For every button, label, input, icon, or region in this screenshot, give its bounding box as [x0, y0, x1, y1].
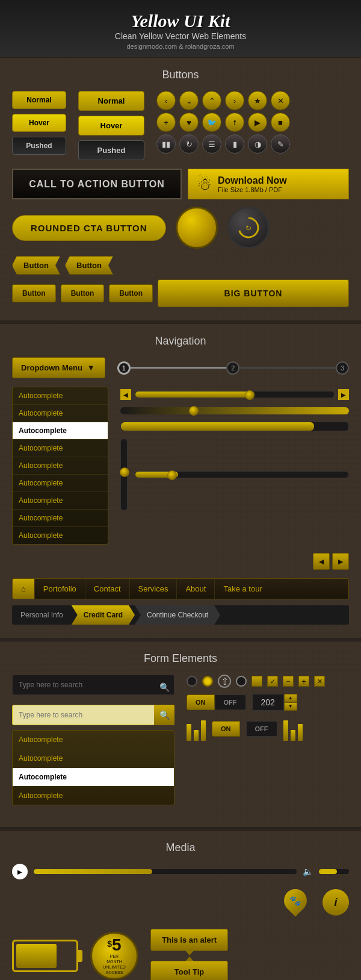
nav-services[interactable]: Services [130, 579, 177, 599]
dark-knob[interactable]: ↻ [227, 207, 270, 249]
vertical-thumb[interactable] [120, 467, 129, 477]
rounded-cta-button[interactable]: ROUNDED CTA BUTTON [12, 215, 166, 241]
checkbox-x[interactable]: ✕ [314, 676, 325, 687]
slider-left-arrow[interactable]: ◀ [120, 389, 131, 400]
heart-icon[interactable]: ♥ [179, 113, 199, 132]
hover-button-2[interactable]: Hover [78, 116, 144, 136]
slider-3-track[interactable] [120, 422, 349, 431]
pause-icon[interactable]: ▮▮ [156, 134, 176, 154]
big-button[interactable]: BIG BUTTON [158, 279, 349, 307]
auto-item-7[interactable]: Autocomplete [13, 510, 108, 527]
nav-contact[interactable]: Contact [85, 579, 130, 599]
refresh-icon[interactable]: ↻ [179, 134, 199, 154]
icon-grid-row1: ‹ ⌄ ⌃ › ★ ✕ [156, 91, 349, 110]
chevron-down-icon[interactable]: ⌄ [179, 91, 199, 110]
vertical-slider[interactable] [120, 439, 128, 511]
step-3[interactable]: 3 [336, 361, 349, 375]
search-input-2[interactable] [12, 705, 174, 725]
chevron-left-icon[interactable]: ‹ [156, 91, 176, 110]
auto-item-1[interactable]: Autocomplete [13, 405, 108, 422]
stop-icon[interactable]: ■ [271, 113, 290, 132]
auto-item-0[interactable]: Autocomplete [13, 387, 108, 405]
auto-item-8[interactable]: Autocomplete [13, 527, 108, 544]
contrast-icon[interactable]: ◑ [248, 134, 267, 154]
toggle-off-button[interactable]: OFF [215, 694, 246, 710]
play-button[interactable]: ▶ [12, 864, 28, 879]
slider-right-arrow[interactable]: ▶ [338, 389, 349, 400]
next-button[interactable]: ▶ [332, 553, 349, 570]
normal-button-1[interactable]: Normal [12, 91, 66, 109]
normal-button-2[interactable]: Normal [78, 91, 144, 111]
pushed-button-1[interactable]: Pushed [12, 137, 66, 155]
slider-2-track[interactable] [120, 407, 349, 414]
radio-up-arrow[interactable]: ⇧ [218, 675, 231, 688]
location-icon[interactable]: 🐾 [279, 884, 312, 917]
volume-track[interactable] [319, 869, 349, 874]
arrow-button-2[interactable]: Button [65, 256, 113, 275]
download-button[interactable]: ☃ Download Now File Size 1.8Mb / PDF [188, 169, 349, 199]
form-auto-3[interactable]: Autocomplete [13, 787, 174, 805]
twitter-icon[interactable]: 🐦 [202, 113, 221, 132]
step-2[interactable]: 2 [226, 361, 239, 375]
tooltip-button[interactable]: Tool Tip [150, 961, 228, 980]
nav-take-tour[interactable]: Take a tour [215, 579, 270, 599]
cta-button[interactable]: CALL TO ACTION BUTTON [12, 169, 182, 199]
progress-track[interactable] [34, 869, 297, 874]
slider-1-thumb[interactable] [245, 390, 255, 400]
slider-4-thumb[interactable] [167, 470, 177, 480]
menu-icon[interactable]: ☰ [202, 134, 221, 154]
checkbox-plus[interactable]: + [298, 676, 309, 687]
toggle-off-2[interactable]: OFF [246, 721, 277, 737]
bc-credit-card[interactable]: Credit Card [72, 605, 135, 625]
auto-item-5[interactable]: Autocomplete [13, 475, 108, 492]
auto-item-2-selected[interactable]: Autocomplete [13, 422, 108, 440]
radio-filled[interactable] [187, 676, 197, 687]
toggle-on-button[interactable]: ON [187, 694, 215, 710]
small-button-3[interactable]: Button [109, 284, 153, 302]
prev-button[interactable]: ◀ [313, 553, 330, 570]
form-auto-1[interactable]: Autocomplete [13, 749, 174, 768]
auto-item-6[interactable]: Autocomplete [13, 492, 108, 510]
nav-about[interactable]: About [177, 579, 215, 599]
radio-yellow[interactable] [202, 676, 213, 687]
play-icon[interactable]: ▶ [248, 113, 267, 132]
alert-button[interactable]: This is an alert [150, 929, 228, 951]
form-auto-0[interactable]: Autocomplete [13, 731, 174, 749]
yellow-knob[interactable] [176, 207, 218, 249]
bc-personal-info[interactable]: Personal Info [12, 605, 72, 625]
num-up[interactable]: ▲ [284, 694, 297, 702]
checkbox-square[interactable] [251, 676, 262, 687]
dropdown-button[interactable]: Dropdown Menu ▼ [12, 357, 105, 378]
info-icon[interactable]: i [322, 889, 349, 916]
slider-4-track[interactable] [135, 471, 349, 478]
num-down[interactable]: ▼ [284, 702, 297, 711]
step-1[interactable]: 1 [117, 361, 131, 375]
search-button-2[interactable]: 🔍 [154, 705, 174, 725]
auto-item-4[interactable]: Autocomplete [13, 457, 108, 475]
search-input-1[interactable] [12, 675, 174, 695]
small-button-1[interactable]: Button [12, 284, 56, 302]
arrow-button-1[interactable]: Button [12, 256, 60, 275]
slider-2-thumb[interactable] [189, 406, 199, 416]
slider-1-track[interactable] [135, 391, 335, 398]
toggle-on-2[interactable]: ON [212, 721, 240, 737]
checkbox-minus[interactable]: − [283, 676, 294, 687]
facebook-icon[interactable]: f [225, 113, 244, 132]
radio-outline[interactable] [236, 676, 247, 687]
chevron-right-icon[interactable]: › [225, 91, 244, 110]
chevron-up-icon[interactable]: ⌃ [202, 91, 221, 110]
pushed-button-2[interactable]: Pushed [78, 140, 144, 160]
edit-icon[interactable]: ✎ [271, 134, 290, 154]
star-icon[interactable]: ★ [248, 91, 267, 110]
close-icon[interactable]: ✕ [271, 91, 290, 110]
nav-home[interactable]: ⌂ [13, 579, 35, 599]
bc-continue-checkout[interactable]: Continue Checkout [135, 605, 220, 625]
checkbox-checked[interactable]: ✓ [267, 676, 278, 687]
hover-button-1[interactable]: Hover [12, 114, 66, 132]
plus-icon[interactable]: + [156, 113, 176, 132]
nav-portofolio[interactable]: Portofolio [35, 579, 85, 599]
form-auto-2-selected[interactable]: Autocomplete [13, 768, 174, 787]
auto-item-3[interactable]: Autocomplete [13, 440, 108, 457]
small-button-2[interactable]: Button [61, 284, 105, 302]
chart-icon[interactable]: ▮ [225, 134, 244, 154]
